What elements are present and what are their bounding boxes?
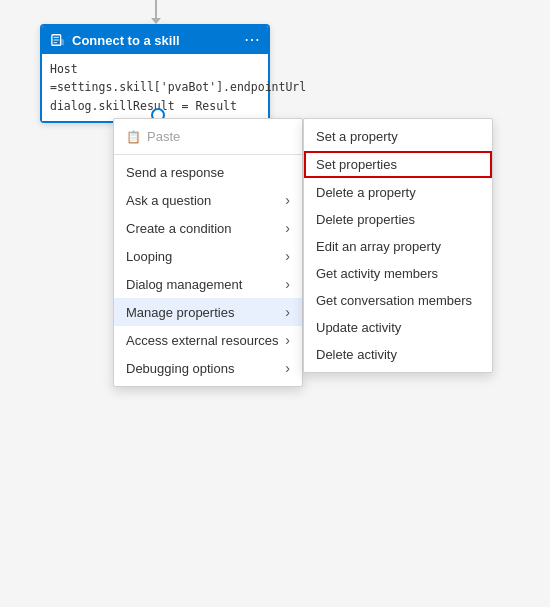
- context-menu-sub: Set a property Set properties Delete a p…: [303, 118, 493, 373]
- get-activity-members-label: Get activity members: [316, 266, 438, 281]
- delete-property-label: Delete a property: [316, 185, 416, 200]
- menu-item-dialog-management[interactable]: Dialog management: [114, 270, 302, 298]
- get-conversation-members-label: Get conversation members: [316, 293, 472, 308]
- menu-item-delete-activity[interactable]: Delete activity: [304, 341, 492, 368]
- context-menu-main: 📋 Paste Send a response Ask a question C…: [113, 118, 303, 387]
- menu-item-create-condition[interactable]: Create a condition: [114, 214, 302, 242]
- create-condition-label: Create a condition: [126, 221, 232, 236]
- menu-item-debugging-options[interactable]: Debugging options: [114, 354, 302, 382]
- node-header: Connect to a skill ⋯: [42, 26, 268, 54]
- canvas: Connect to a skill ⋯ Host =settings.skil…: [0, 0, 550, 607]
- menu-item-ask-question[interactable]: Ask a question: [114, 186, 302, 214]
- manage-properties-label: Manage properties: [126, 305, 234, 320]
- menu-item-set-properties[interactable]: Set properties: [304, 151, 492, 178]
- node-line-1: Host =settings.skill['pvaBot'].endpointU…: [50, 60, 260, 97]
- edit-array-property-label: Edit an array property: [316, 239, 441, 254]
- menu-item-get-conversation-members[interactable]: Get conversation members: [304, 287, 492, 314]
- paste-label: Paste: [147, 129, 180, 144]
- menu-item-get-activity-members[interactable]: Get activity members: [304, 260, 492, 287]
- node-header-left: Connect to a skill: [50, 32, 180, 48]
- menu-item-delete-property[interactable]: Delete a property: [304, 179, 492, 206]
- node-title: Connect to a skill: [72, 33, 180, 48]
- set-property-label: Set a property: [316, 129, 398, 144]
- dialog-management-label: Dialog management: [126, 277, 242, 292]
- menu-item-manage-properties[interactable]: Manage properties: [114, 298, 302, 326]
- debugging-options-label: Debugging options: [126, 361, 234, 376]
- looping-label: Looping: [126, 249, 172, 264]
- menu-item-looping[interactable]: Looping: [114, 242, 302, 270]
- send-response-label: Send a response: [126, 165, 224, 180]
- paste-icon: 📋: [126, 130, 141, 144]
- access-external-label: Access external resources: [126, 333, 278, 348]
- update-activity-label: Update activity: [316, 320, 401, 335]
- menu-item-delete-properties[interactable]: Delete properties: [304, 206, 492, 233]
- svg-rect-4: [60, 39, 64, 45]
- ask-question-label: Ask a question: [126, 193, 211, 208]
- skill-icon: [50, 32, 66, 48]
- menu-item-send-response[interactable]: Send a response: [114, 159, 302, 186]
- delete-activity-label: Delete activity: [316, 347, 397, 362]
- menu-item-edit-array-property[interactable]: Edit an array property: [304, 233, 492, 260]
- connector-line: [155, 0, 157, 20]
- node-menu-button[interactable]: ⋯: [244, 32, 260, 48]
- delete-properties-label: Delete properties: [316, 212, 415, 227]
- divider-1: [114, 154, 302, 155]
- menu-item-set-property[interactable]: Set a property: [304, 123, 492, 150]
- menu-item-paste[interactable]: 📋 Paste: [114, 123, 302, 150]
- set-properties-label: Set properties: [316, 157, 397, 172]
- menu-item-access-external[interactable]: Access external resources: [114, 326, 302, 354]
- menu-item-update-activity[interactable]: Update activity: [304, 314, 492, 341]
